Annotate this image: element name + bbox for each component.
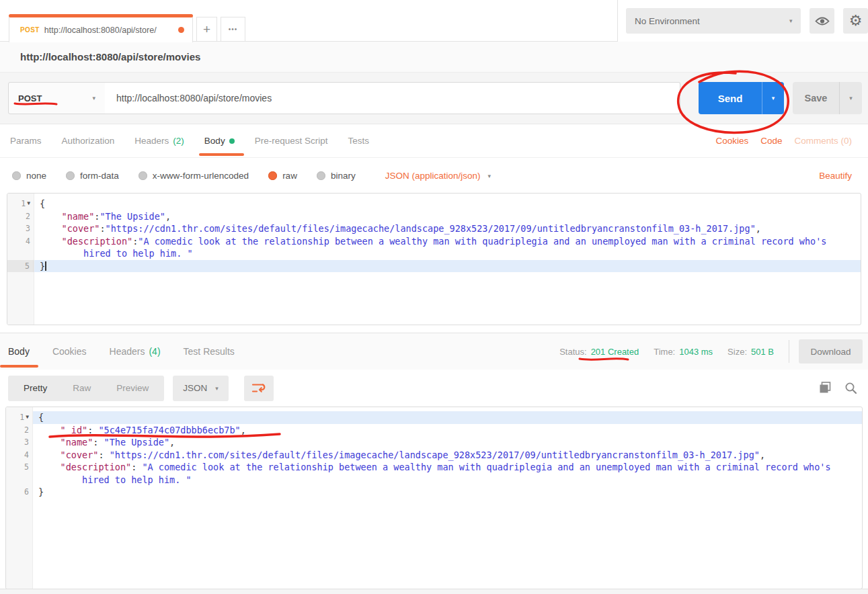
request-title: http://localhost:8080/api/store/movies xyxy=(20,51,200,62)
body-type-radio-raw[interactable]: raw xyxy=(268,171,297,181)
radio-label: x-www-form-urlencoded xyxy=(153,171,249,181)
link-comments-0[interactable]: Comments (0) xyxy=(794,136,852,146)
send-options-button[interactable]: ▾ xyxy=(762,82,784,114)
request-tab-tests[interactable]: Tests xyxy=(348,124,369,158)
code-line[interactable]: 4 "cover": "https://cdn1.thr.com/sites/d… xyxy=(6,449,862,462)
wrap-text-button[interactable] xyxy=(244,376,274,401)
download-button-label: Download xyxy=(810,347,851,357)
json-key: "description" xyxy=(62,236,133,247)
line-number-gutter xyxy=(6,474,32,486)
body-type-radio-binary[interactable]: binary xyxy=(317,171,356,181)
response-view-switcher: PrettyRawPreview xyxy=(8,376,164,401)
environment-selected-label: No Environment xyxy=(635,16,700,26)
view-raw[interactable]: Raw xyxy=(60,383,104,393)
code-content: { xyxy=(34,198,861,210)
code-line[interactable]: hired to help him. " xyxy=(6,474,862,486)
code-line[interactable]: 1▼{ xyxy=(6,411,862,424)
method-dropdown[interactable]: POST ▾ xyxy=(8,82,106,114)
time-value: 1043 ms xyxy=(679,347,713,357)
radio-label: none xyxy=(26,171,46,181)
response-body-editor[interactable]: 1▼{2 "_id": "5c4e715fa74c07dbbb6ecb7b",3… xyxy=(5,407,863,589)
json-punctuation: : xyxy=(131,462,142,472)
download-button[interactable]: Download xyxy=(799,339,863,364)
response-tab-test-results[interactable]: Test Results xyxy=(184,333,235,370)
environment-selector[interactable]: No Environment ▾ xyxy=(626,8,801,34)
request-body-code: 1▼{2 "name":"The Upside",3 "cover":"http… xyxy=(7,198,861,272)
fold-caret-icon[interactable]: ▼ xyxy=(27,198,30,210)
code-line[interactable]: 5} xyxy=(7,260,861,273)
search-icon[interactable] xyxy=(844,382,857,394)
fold-caret-icon[interactable]: ▼ xyxy=(26,411,29,424)
request-body-editor[interactable]: 1▼{2 "name":"The Upside",3 "cover":"http… xyxy=(7,193,861,325)
radio-label: raw xyxy=(282,171,297,181)
request-tab-open[interactable]: POST http://localhost:8080/api/store/ xyxy=(9,17,193,42)
settings-button[interactable]: ⚙ xyxy=(843,8,868,34)
size-value: 501 B xyxy=(751,347,774,357)
size-label: Size: xyxy=(727,347,747,357)
unsaved-changes-dot-icon xyxy=(178,27,184,33)
json-punctuation xyxy=(38,462,61,472)
line-number-gutter: 3 xyxy=(6,436,32,449)
request-tab-body[interactable]: Body xyxy=(204,124,235,158)
request-tab-authorization[interactable]: Authorization xyxy=(62,124,115,158)
line-number-gutter: 3 xyxy=(7,222,34,235)
code-line[interactable]: 1▼{ xyxy=(7,198,861,210)
send-button[interactable]: Send xyxy=(699,82,762,114)
json-key: "cover" xyxy=(62,223,100,234)
beautify-link[interactable]: Beautify xyxy=(819,171,852,181)
code-line[interactable]: 3 "name": "The Upside", xyxy=(6,436,862,449)
json-punctuation: : xyxy=(87,425,98,435)
chevron-down-icon: ▾ xyxy=(772,95,775,101)
copy-icon[interactable] xyxy=(819,382,832,394)
radio-icon xyxy=(12,171,21,180)
response-format-dropdown[interactable]: JSON ▾ xyxy=(173,376,229,401)
text-cursor xyxy=(45,261,46,271)
tab-count-badge: (2) xyxy=(173,136,184,146)
body-type-radio-none[interactable]: none xyxy=(12,171,46,181)
link-cookies[interactable]: Cookies xyxy=(715,136,748,146)
send-split-button: Send ▾ xyxy=(699,82,784,114)
response-tab-cookies[interactable]: Cookies xyxy=(52,333,87,370)
line-number-gutter: 4 xyxy=(7,235,34,248)
save-button[interactable]: Save xyxy=(793,82,839,114)
body-type-radio-x-www-form-urlencoded[interactable]: x-www-form-urlencoded xyxy=(139,171,249,181)
response-format-label: JSON xyxy=(183,383,207,393)
json-punctuation: , xyxy=(760,450,765,460)
code-line[interactable]: 6} xyxy=(6,486,862,499)
view-preview[interactable]: Preview xyxy=(104,383,161,393)
code-line[interactable]: 5 "description": "A comedic look at the … xyxy=(6,461,862,474)
code-line[interactable]: 2 "name":"The Upside", xyxy=(7,210,861,223)
line-number-gutter: 5 xyxy=(7,260,34,273)
tab-label: Headers xyxy=(134,136,169,146)
content-type-dropdown[interactable]: JSON (application/json) ▾ xyxy=(385,171,491,181)
code-line[interactable]: 4 "description":"A comedic look at the r… xyxy=(7,235,861,248)
json-string: "A comedic look at the relationship betw… xyxy=(138,236,826,247)
line-number: 4 xyxy=(24,449,29,462)
save-options-button[interactable]: ▾ xyxy=(839,82,862,114)
view-pretty[interactable]: Pretty xyxy=(11,383,60,393)
code-line[interactable]: 2 "_id": "5c4e715fa74c07dbbb6ecb7b", xyxy=(6,424,862,437)
ellipsis-icon: ••• xyxy=(229,26,238,33)
environment-quick-look-button[interactable] xyxy=(810,8,834,34)
response-meta-row: BodyCookiesHeaders(4)Test Results Status… xyxy=(0,333,868,370)
line-number: 3 xyxy=(24,436,29,449)
code-line[interactable]: 3 "cover":"https://cdn1.thr.com/sites/de… xyxy=(7,222,861,235)
request-tab-pre-request-script[interactable]: Pre-request Script xyxy=(255,124,328,158)
content-type-label: JSON (application/json) xyxy=(385,171,481,181)
body-type-radio-form-data[interactable]: form-data xyxy=(66,171,119,181)
chevron-down-icon: ▾ xyxy=(92,95,95,101)
json-string: "https://cdn1.thr.com/sites/default/file… xyxy=(106,223,756,234)
response-tab-body[interactable]: Body xyxy=(8,333,30,370)
link-code[interactable]: Code xyxy=(760,136,782,146)
bottom-strip xyxy=(0,589,868,594)
request-tab-params[interactable]: Params xyxy=(10,124,42,158)
code-line[interactable]: hired to help him. " xyxy=(7,247,861,260)
more-tabs-button[interactable]: ••• xyxy=(221,17,245,42)
request-links: CookiesCodeComments (0) xyxy=(715,136,852,146)
tab-label: Pre-request Script xyxy=(255,136,328,146)
tab-url-label: http://localhost:8080/api/store/ xyxy=(44,26,178,35)
response-tab-headers[interactable]: Headers(4) xyxy=(110,333,161,370)
new-tab-button[interactable]: + xyxy=(196,17,217,42)
request-tab-headers[interactable]: Headers(2) xyxy=(134,124,184,158)
url-input[interactable]: http://localhost:8080/api/store/movies xyxy=(105,82,680,114)
